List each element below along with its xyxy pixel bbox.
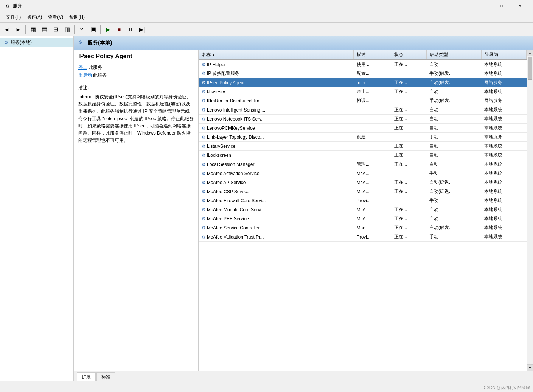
close-button[interactable]: ✕: [511, 0, 528, 12]
table-row[interactable]: ⚙McAfee Activation ServiceMcA...手动本地系统: [199, 169, 527, 178]
table-row[interactable]: ⚙McAfee AP ServiceMcA...正在...自动(延迟...本地系…: [199, 178, 527, 187]
description-label: 描述:: [78, 85, 194, 91]
table-row[interactable]: ⚙McAfee Service ControllerMan...正在...自动(…: [199, 223, 527, 232]
table-row[interactable]: ⚙IP 转换配置服务配置...手动(触发...本地系统: [199, 69, 527, 78]
scrollbar[interactable]: ▲ ▼: [527, 50, 533, 371]
service-logon-cell: 本地系统: [481, 124, 526, 133]
table-row[interactable]: ⚙lLockscreen正在...自动本地系统: [199, 151, 527, 160]
service-actions: 停止 此服务 重启动 此服务: [78, 64, 194, 79]
col-desc[interactable]: 描述: [354, 50, 391, 60]
service-gear-icon: ⚙: [202, 189, 206, 194]
service-logon-cell: 本地系统: [481, 223, 526, 232]
service-logon-cell: 本地系统: [481, 178, 526, 187]
service-desc-cell: Provi...: [354, 196, 391, 205]
service-status-cell: 正在...: [391, 151, 426, 160]
service-desc-cell: [354, 124, 391, 133]
view4-button[interactable]: ▥: [62, 24, 72, 35]
col-name[interactable]: 名称 ▲: [199, 50, 354, 60]
restart-service-link[interactable]: 重启动: [78, 73, 92, 78]
service-starttype-cell: 手动: [426, 196, 481, 205]
view1-button[interactable]: ▦: [28, 24, 38, 35]
menu-bar: 文件(F) 操作(A) 查看(V) 帮助(H): [0, 12, 533, 23]
maximize-button[interactable]: □: [493, 0, 510, 12]
col-status[interactable]: 状态: [391, 50, 426, 60]
table-row[interactable]: ⚙Link-Layer Topology Disco...创建...手动本地服务: [199, 133, 527, 142]
service-starttype-cell: 自动: [426, 142, 481, 151]
tab-standard[interactable]: 标准: [96, 372, 115, 381]
service-name-cell: ⚙kbasesrv: [199, 87, 354, 96]
service-logon-cell: 本地系统: [481, 214, 526, 223]
tab-extended[interactable]: 扩展: [77, 372, 96, 381]
help-button[interactable]: ?: [76, 24, 87, 35]
table-row[interactable]: ⚙ListaryService正在...自动本地系统: [199, 142, 527, 151]
stop-service-link[interactable]: 停止: [78, 65, 87, 70]
service-table-scroll[interactable]: 名称 ▲ 描述 状态 启动类型 登录为 ⚙IP Helper使用 ...正在..…: [199, 50, 527, 371]
service-name-cell: ⚙McAfee AP Service: [199, 178, 354, 187]
minimize-button[interactable]: —: [475, 0, 492, 12]
right-panel: 名称 ▲ 描述 状态 启动类型 登录为 ⚙IP Helper使用 ...正在..…: [199, 50, 527, 371]
window-controls: — □ ✕: [475, 0, 528, 12]
service-status-cell: 正在...: [391, 60, 426, 69]
view2-button[interactable]: ▤: [39, 24, 50, 35]
scroll-thumb[interactable]: [528, 57, 532, 80]
view3-button[interactable]: ⊞: [50, 24, 61, 35]
table-row[interactable]: ⚙McAfee Module Core Servi...McA...正在...自…: [199, 205, 527, 214]
scroll-up-button[interactable]: ▲: [527, 50, 533, 56]
menu-action[interactable]: 操作(A): [24, 13, 45, 22]
toolbar-separator-1: [25, 25, 26, 34]
table-row[interactable]: ⚙Lenovo Notebook ITS Serv...正在...自动本地系统: [199, 115, 527, 124]
table-row[interactable]: ⚙McAfee PEF ServiceMcA...正在...自动本地系统: [199, 214, 527, 223]
table-row[interactable]: ⚙Local Session Manager管理...正在...自动本地系统: [199, 160, 527, 169]
inner-layout: IPsec Policy Agent 停止 此服务 重启动 此服务 描述: In…: [74, 50, 533, 371]
service-desc-cell: Provi...: [354, 232, 391, 242]
col-logon[interactable]: 登录为: [481, 50, 526, 60]
view5-button[interactable]: ▣: [88, 24, 98, 35]
service-desc-cell: 创建...: [354, 133, 391, 142]
table-row[interactable]: ⚙Lenovo Intelligent Sensing ...正在...自动本地…: [199, 105, 527, 115]
service-logon-cell: 本地系统: [481, 115, 526, 124]
content-header: ⚙ 服务(本地): [74, 36, 533, 50]
menu-file[interactable]: 文件(F): [3, 13, 24, 22]
service-logon-cell: 本地系统: [481, 169, 526, 178]
service-status-cell: 正在...: [391, 160, 426, 169]
service-name-cell: ⚙McAfee CSP Service: [199, 187, 354, 196]
service-desc-cell: McA...: [354, 205, 391, 214]
table-row[interactable]: ⚙IP Helper使用 ...正在...自动本地系统: [199, 60, 527, 69]
menu-view[interactable]: 查看(V): [45, 13, 66, 22]
service-desc-cell: McA...: [354, 214, 391, 223]
service-gear-icon: ⚙: [202, 153, 206, 158]
sidebar-item-services-local[interactable]: ⚙ 服务(本地): [0, 38, 73, 47]
forward-button[interactable]: ►: [13, 24, 23, 35]
service-status-cell: [391, 196, 426, 205]
service-name-cell: ⚙McAfee Firewall Core Servi...: [199, 196, 354, 205]
service-desc-cell: Man...: [354, 223, 391, 232]
service-starttype-cell: 手动: [426, 232, 481, 242]
service-name-cell: ⚙IP 转换配置服务: [199, 69, 354, 78]
table-row[interactable]: ⚙LenovoPCMKeyService正在...自动本地系统: [199, 124, 527, 133]
service-name-cell: ⚙ListaryService: [199, 142, 354, 151]
table-row[interactable]: ⚙McAfee CSP ServiceMcA...正在...自动(延迟...本地…: [199, 187, 527, 196]
table-row[interactable]: ⚙IPsec Policy AgentInter...正在...自动(触发...…: [199, 78, 527, 87]
pause-button[interactable]: ⏸: [125, 24, 136, 35]
play-button[interactable]: ▶: [103, 24, 113, 35]
back-button[interactable]: ◄: [2, 24, 12, 35]
table-row[interactable]: ⚙KtmRm for Distributed Tra...协调...手动(触发.…: [199, 96, 527, 105]
stop-button[interactable]: ■: [114, 24, 124, 35]
table-row[interactable]: ⚙kbasesrv金山...正在...自动本地系统: [199, 87, 527, 96]
service-gear-icon: ⚙: [202, 162, 206, 167]
service-starttype-cell: 手动(触发...: [426, 69, 481, 78]
sidebar-item-label: 服务(本地): [11, 39, 32, 46]
service-desc-cell: McA...: [354, 187, 391, 196]
table-row[interactable]: ⚙McAfee Firewall Core Servi...Provi...手动…: [199, 196, 527, 205]
menu-help[interactable]: 帮助(H): [66, 13, 88, 22]
sort-arrow: ▲: [212, 53, 215, 57]
watermark: CSDN @休伯利安的荣耀: [484, 385, 530, 390]
app-icon: ⚙: [5, 3, 11, 9]
service-desc-cell: McA...: [354, 169, 391, 178]
table-row[interactable]: ⚙McAfee Validation Trust Pr...Provi...正在…: [199, 232, 527, 242]
service-gear-icon: ⚙: [202, 80, 206, 85]
service-status-cell: 正在...: [391, 232, 426, 242]
restart-button[interactable]: ▶|: [137, 24, 147, 35]
col-starttype[interactable]: 启动类型: [426, 50, 481, 60]
scroll-down-button[interactable]: ▼: [527, 364, 533, 371]
